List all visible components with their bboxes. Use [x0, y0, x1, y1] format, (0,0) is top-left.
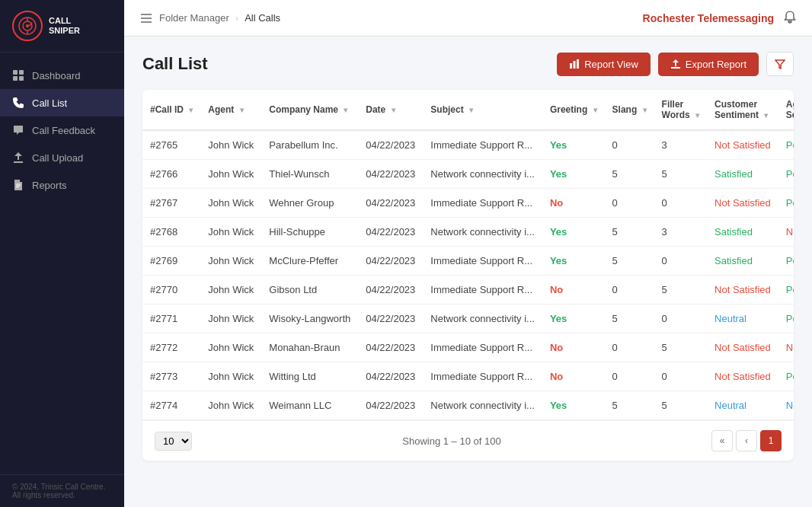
cell-company: Hill-Schuppe: [261, 218, 358, 247]
cell-date: 04/22/2023: [358, 276, 423, 305]
bell-icon[interactable]: [783, 10, 797, 26]
cell-company: Monahan-Braun: [261, 333, 358, 362]
cell-date: 04/22/2023: [358, 160, 423, 189]
sidebar-item-reports[interactable]: Reports: [0, 171, 124, 199]
col-company-name[interactable]: Company Name ▾: [261, 90, 358, 130]
bar-chart-icon: [569, 59, 580, 69]
table-row[interactable]: #2765 John Wick Parabellum Inc. 04/22/20…: [142, 130, 794, 160]
logo: CALLSNIPER: [0, 0, 124, 53]
cell-date: 04/22/2023: [358, 130, 423, 160]
table-row[interactable]: #2769 John Wick McClure-Pfeffer 04/22/20…: [142, 247, 794, 276]
cell-company: Wisoky-Langworth: [261, 305, 358, 333]
col-agent[interactable]: Agent ▾: [200, 90, 261, 130]
col-agent-sentiment[interactable]: AgentSentiment: [778, 90, 794, 130]
cell-agent: John Wick: [200, 160, 261, 189]
header-actions: Report View Export Report: [557, 52, 794, 76]
cell-customer-sentiment: Satisfied: [707, 160, 778, 189]
sidebar-item-call-upload[interactable]: Call Upload: [0, 144, 124, 171]
sidebar-item-call-list[interactable]: Call List: [0, 89, 124, 116]
cell-customer-sentiment: Neutral: [707, 391, 778, 420]
report-view-label: Report View: [584, 59, 638, 70]
svg-rect-17: [574, 61, 576, 69]
cell-greeting: No: [542, 333, 605, 362]
col-slang[interactable]: Slang ▾: [605, 90, 654, 130]
cell-agent: John Wick: [200, 218, 261, 247]
cell-filler: 5: [654, 333, 707, 362]
cell-greeting: No: [542, 189, 605, 218]
svg-rect-16: [570, 63, 572, 69]
table-header-row: #Call ID ▾ Agent ▾ Company Name ▾ Date ▾…: [142, 90, 794, 130]
table-row[interactable]: #2767 John Wick Wehner Group 04/22/2023 …: [142, 189, 794, 218]
pagination-controls: « ‹ 1: [711, 430, 782, 451]
page-size-select[interactable]: 10 25 50: [155, 432, 192, 451]
sidebar-item-label: Call Upload: [32, 152, 83, 164]
page-size-selector: 10 25 50: [155, 432, 192, 451]
sidebar-item-label: Call List: [32, 97, 67, 109]
export-report-button[interactable]: Export Report: [658, 53, 759, 76]
cell-agent-sentiment: Positive: [778, 362, 794, 391]
cell-customer-sentiment: Neutral: [707, 305, 778, 333]
table-row[interactable]: #2774 John Wick Weimann LLC 04/22/2023 N…: [142, 391, 794, 420]
col-greeting[interactable]: Greeting ▾: [542, 90, 605, 130]
breadcrumb-parent[interactable]: Folder Manager: [159, 12, 229, 24]
report-view-button[interactable]: Report View: [557, 53, 651, 76]
cell-slang: 5: [605, 305, 654, 333]
main-content: Folder Manager › All Calls Rochester Tel…: [124, 0, 812, 507]
topbar: Folder Manager › All Calls Rochester Tel…: [124, 0, 812, 37]
cell-call-id: #2767: [142, 189, 200, 218]
cell-subject: Immediate Support R...: [423, 333, 542, 362]
page-header: Call List Report View Export Report: [142, 52, 794, 76]
table-row[interactable]: #2770 John Wick Gibson Ltd 04/22/2023 Im…: [142, 276, 794, 305]
table-body: #2765 John Wick Parabellum Inc. 04/22/20…: [142, 130, 794, 420]
sidebar-nav: Dashboard Call List Call Feedback Call U…: [0, 53, 124, 474]
cell-company: Witting Ltd: [261, 362, 358, 391]
table-row[interactable]: #2766 John Wick Thiel-Wunsch 04/22/2023 …: [142, 160, 794, 189]
sidebar-item-dashboard[interactable]: Dashboard: [0, 62, 124, 89]
cell-customer-sentiment: Not Satisfied: [707, 333, 778, 362]
cell-call-id: #2773: [142, 362, 200, 391]
cell-filler: 0: [654, 189, 707, 218]
col-date[interactable]: Date ▾: [358, 90, 423, 130]
cell-agent-sentiment: Neutral: [778, 391, 794, 420]
cell-subject: Network connectivity i...: [423, 218, 542, 247]
prev-page-button[interactable]: ‹: [736, 430, 757, 451]
col-customer-sentiment[interactable]: CustomerSentiment ▾: [707, 90, 778, 130]
cell-agent-sentiment: Positive: [778, 305, 794, 333]
cell-greeting: Yes: [542, 160, 605, 189]
cell-filler: 3: [654, 130, 707, 160]
first-page-button[interactable]: «: [711, 430, 733, 451]
page-1-button[interactable]: 1: [760, 430, 782, 451]
sidebar-item-label: Call Feedback: [32, 125, 95, 136]
svg-rect-9: [19, 76, 24, 81]
cell-call-id: #2774: [142, 391, 200, 420]
cell-call-id: #2769: [142, 247, 200, 276]
table-row[interactable]: #2768 John Wick Hill-Schuppe 04/22/2023 …: [142, 218, 794, 247]
upload-icon: [12, 151, 24, 164]
hamburger-icon[interactable]: [139, 11, 153, 25]
cell-greeting: Yes: [542, 218, 605, 247]
topbar-right: Rochester Telemessaging: [643, 10, 797, 26]
cell-call-id: #2771: [142, 305, 200, 333]
table-row[interactable]: #2771 John Wick Wisoky-Langworth 04/22/2…: [142, 305, 794, 333]
cell-date: 04/22/2023: [358, 333, 423, 362]
cell-company: Gibson Ltd: [261, 276, 358, 305]
sidebar-footer: © 2024, Trinsic Call Centre. All rights …: [0, 474, 124, 507]
export-report-label: Export Report: [686, 59, 746, 70]
cell-filler: 0: [654, 362, 707, 391]
cell-subject: Immediate Support R...: [423, 362, 542, 391]
cell-greeting: Yes: [542, 305, 605, 333]
table-row[interactable]: #2772 John Wick Monahan-Braun 04/22/2023…: [142, 333, 794, 362]
filter-button[interactable]: [766, 52, 794, 76]
col-call-id[interactable]: #Call ID ▾: [142, 90, 200, 130]
table-row[interactable]: #2773 John Wick Witting Ltd 04/22/2023 I…: [142, 362, 794, 391]
sidebar-item-call-feedback[interactable]: Call Feedback: [0, 116, 124, 144]
cell-agent: John Wick: [200, 391, 261, 420]
col-subject[interactable]: Subject ▾: [423, 90, 542, 130]
pagination-bar: 10 25 50 Showing 1 – 10 of 100 « ‹ 1: [142, 420, 794, 461]
cell-greeting: Yes: [542, 130, 605, 160]
col-filler-words[interactable]: FillerWords ▾: [654, 90, 707, 130]
cell-agent-sentiment: Positive: [778, 160, 794, 189]
cell-customer-sentiment: Satisfied: [707, 247, 778, 276]
cell-company: Parabellum Inc.: [261, 130, 358, 160]
cell-slang: 0: [605, 130, 654, 160]
